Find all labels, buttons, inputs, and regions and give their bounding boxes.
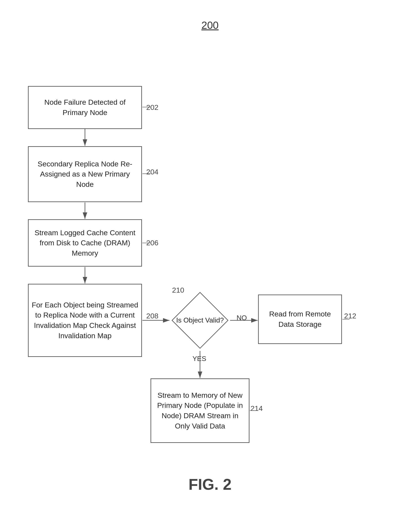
ref-210: 210 — [172, 286, 184, 294]
box-206-label: Stream Logged Cache Content from Disk to… — [32, 228, 138, 259]
yes-label: YES — [193, 355, 206, 363]
diamond-210-label: Is Object Valid? — [176, 316, 224, 325]
box-202-label: Node Failure Detected of Primary Node — [32, 97, 138, 118]
ref-202: 202 — [146, 103, 158, 111]
figure-number-top: 200 — [201, 19, 218, 31]
box-204: Secondary Replica Node Re-Assigned as a … — [28, 146, 142, 202]
ref-208: 208 — [146, 312, 158, 320]
box-202: Node Failure Detected of Primary Node — [28, 86, 142, 129]
ref-212: 212 — [344, 312, 356, 320]
box-214: Stream to Memory of New Primary Node (Po… — [150, 378, 249, 443]
box-208: For Each Object being Streamed to Replic… — [28, 284, 142, 357]
box-208-label: For Each Object being Streamed to Replic… — [32, 300, 138, 341]
diamond-210: Is Object Valid? — [170, 290, 230, 350]
box-212: Read from Remote Data Storage — [258, 295, 342, 344]
ref-214: 214 — [251, 404, 263, 413]
ref-204: 204 — [146, 168, 158, 176]
box-206: Stream Logged Cache Content from Disk to… — [28, 219, 142, 267]
ref-206: 206 — [146, 239, 158, 247]
figure-label-bottom: FIG. 2 — [188, 475, 231, 493]
box-204-label: Secondary Replica Node Re-Assigned as a … — [32, 159, 138, 190]
no-label: NO — [237, 314, 247, 322]
box-212-label: Read from Remote Data Storage — [262, 309, 338, 329]
box-214-label: Stream to Memory of New Primary Node (Po… — [154, 390, 246, 431]
